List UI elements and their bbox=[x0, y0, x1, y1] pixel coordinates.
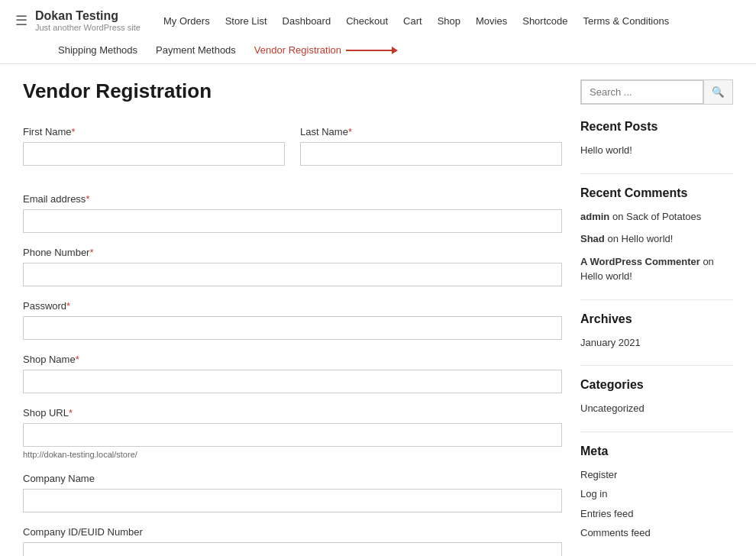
shop-name-input[interactable] bbox=[23, 370, 562, 393]
comment-on-2: on bbox=[703, 256, 713, 267]
nav-vendor-registration[interactable]: Vendor Registration bbox=[254, 44, 341, 56]
category-0[interactable]: Uncategorized bbox=[580, 401, 733, 416]
vendor-registration-form: First Name* Last Name* Email address* bbox=[23, 126, 562, 556]
email-required: * bbox=[86, 193, 89, 205]
comment-link-1[interactable]: Hello world! bbox=[622, 233, 674, 244]
email-group: Email address* bbox=[23, 193, 562, 233]
comment-on-0: on bbox=[612, 211, 626, 222]
first-name-input[interactable] bbox=[23, 142, 285, 166]
meta-title: Meta bbox=[580, 444, 733, 458]
password-group: Password* bbox=[23, 300, 562, 340]
comment-author-0: admin bbox=[580, 211, 609, 222]
categories-title: Categories bbox=[580, 378, 733, 392]
last-name-group: Last Name* bbox=[300, 126, 562, 166]
page-title: Vendor Registration bbox=[23, 79, 562, 103]
recent-comments-widget: Recent Comments admin on Sack of Potatoe… bbox=[580, 186, 733, 284]
divider-1 bbox=[580, 173, 733, 174]
nav-terms-conditions[interactable]: Terms & Conditions bbox=[583, 15, 669, 27]
recent-posts-title: Recent Posts bbox=[580, 120, 733, 134]
phone-input[interactable] bbox=[23, 263, 562, 286]
email-label: Email address* bbox=[23, 193, 562, 205]
search-input[interactable] bbox=[581, 80, 703, 104]
divider-2 bbox=[580, 299, 733, 300]
shop-name-required: * bbox=[76, 354, 79, 365]
nav-store-list[interactable]: Store List bbox=[225, 15, 267, 27]
divider-3 bbox=[580, 365, 733, 366]
shop-url-hint: http://dokan-testing.local/store/ bbox=[23, 450, 562, 459]
archives-title: Archives bbox=[580, 312, 733, 326]
content-area: Vendor Registration First Name* Last Nam… bbox=[23, 79, 562, 556]
archives-widget: Archives January 2021 bbox=[580, 312, 733, 351]
meta-login[interactable]: Log in bbox=[580, 486, 733, 502]
comment-0: admin on Sack of Potatoes bbox=[580, 209, 733, 225]
comment-on-1: on bbox=[607, 233, 621, 244]
password-input[interactable] bbox=[23, 316, 562, 340]
nav-payment-methods[interactable]: Payment Methods bbox=[156, 44, 236, 56]
shop-url-group: Shop URL* http://dokan-testing.local/sto… bbox=[23, 407, 562, 459]
last-name-label: Last Name* bbox=[300, 126, 562, 137]
comment-1: Shad on Hello world! bbox=[580, 231, 733, 247]
company-name-input[interactable] bbox=[23, 489, 562, 512]
recent-comments-title: Recent Comments bbox=[580, 186, 733, 200]
password-required: * bbox=[66, 300, 70, 312]
arrow-indicator bbox=[346, 50, 392, 51]
nav-movies[interactable]: Movies bbox=[476, 15, 507, 27]
comment-2: A WordPress Commenter on Hello world! bbox=[580, 254, 733, 284]
shop-url-input[interactable] bbox=[23, 423, 562, 447]
site-title: Dokan Testing bbox=[35, 9, 141, 23]
primary-nav: My Orders Store List Dashboard Checkout … bbox=[163, 15, 741, 27]
meta-entries-feed[interactable]: Entries feed bbox=[580, 506, 733, 522]
comment-author-2: A WordPress Commenter bbox=[580, 256, 700, 267]
archive-0[interactable]: January 2021 bbox=[580, 335, 733, 351]
search-button[interactable]: 🔍 bbox=[703, 80, 732, 104]
email-input[interactable] bbox=[23, 209, 562, 233]
nav-my-orders[interactable]: My Orders bbox=[163, 15, 210, 27]
nav-dashboard[interactable]: Dashboard bbox=[283, 15, 331, 27]
nav-checkout[interactable]: Checkout bbox=[346, 15, 388, 27]
first-name-label: First Name* bbox=[23, 126, 285, 137]
search-widget: 🔍 bbox=[580, 79, 733, 105]
meta-comments-feed[interactable]: Comments feed bbox=[580, 525, 733, 541]
comment-link-2[interactable]: Hello world! bbox=[580, 270, 632, 282]
nav-cart[interactable]: Cart bbox=[403, 15, 422, 27]
shop-url-required: * bbox=[69, 407, 73, 419]
shop-name-label: Shop Name* bbox=[23, 354, 562, 365]
password-label: Password* bbox=[23, 300, 562, 312]
phone-required: * bbox=[89, 247, 93, 258]
vendor-registration-nav-item: Vendor Registration bbox=[254, 44, 392, 56]
first-name-required: * bbox=[72, 126, 76, 137]
secondary-nav: Shipping Methods Payment Methods Vendor … bbox=[15, 38, 741, 63]
company-id-label: Company ID/EUID Number bbox=[23, 526, 562, 538]
site-logo: ☰ Dokan Testing Just another WordPress s… bbox=[15, 9, 141, 32]
comment-author-1: Shad bbox=[580, 233, 605, 244]
site-tagline: Just another WordPress site bbox=[35, 23, 141, 32]
shop-name-group: Shop Name* bbox=[23, 354, 562, 393]
last-name-input[interactable] bbox=[300, 142, 562, 166]
last-name-required: * bbox=[348, 126, 352, 137]
name-row: First Name* Last Name* bbox=[23, 126, 562, 179]
recent-post-0[interactable]: Hello world! bbox=[580, 143, 733, 158]
main-container: Vendor Registration First Name* Last Nam… bbox=[0, 64, 756, 556]
recent-posts-widget: Recent Posts Hello world! bbox=[580, 120, 733, 158]
nav-shop[interactable]: Shop bbox=[438, 15, 460, 27]
company-id-input[interactable] bbox=[23, 542, 562, 556]
nav-shipping-methods[interactable]: Shipping Methods bbox=[58, 44, 137, 56]
site-branding: Dokan Testing Just another WordPress sit… bbox=[35, 9, 141, 32]
meta-widget: Meta Register Log in Entries feed Commen… bbox=[580, 444, 733, 541]
company-id-group: Company ID/EUID Number bbox=[23, 526, 562, 556]
hamburger-icon[interactable]: ☰ bbox=[15, 12, 27, 29]
company-name-group: Company Name bbox=[23, 473, 562, 512]
first-name-group: First Name* bbox=[23, 126, 285, 166]
nav-shortcode[interactable]: Shortcode bbox=[522, 15, 567, 27]
phone-label: Phone Number* bbox=[23, 247, 562, 258]
shop-url-label: Shop URL* bbox=[23, 407, 562, 419]
meta-register[interactable]: Register bbox=[580, 467, 733, 483]
categories-widget: Categories Uncategorized bbox=[580, 378, 733, 416]
company-name-label: Company Name bbox=[23, 473, 562, 484]
site-header: ☰ Dokan Testing Just another WordPress s… bbox=[0, 0, 756, 64]
comment-link-0[interactable]: Sack of Potatoes bbox=[626, 211, 701, 222]
arrow-head bbox=[392, 47, 398, 54]
phone-group: Phone Number* bbox=[23, 247, 562, 286]
divider-4 bbox=[580, 432, 733, 432]
sidebar: 🔍 Recent Posts Hello world! Recent Comme… bbox=[580, 79, 733, 556]
